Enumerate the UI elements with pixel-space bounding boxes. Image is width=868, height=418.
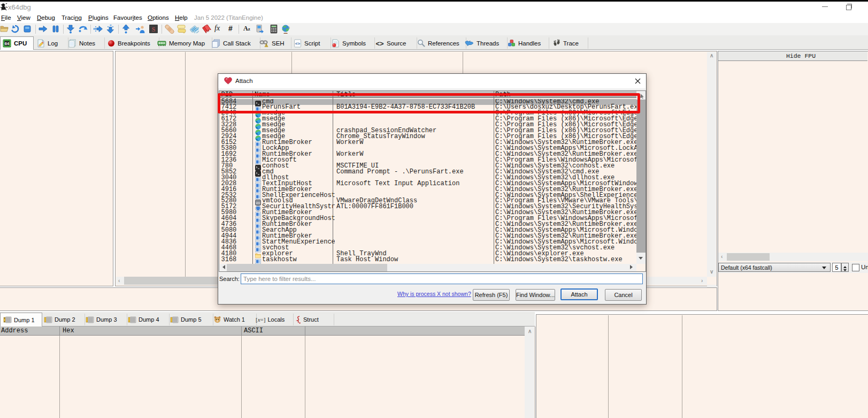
svg-text:64: 64 xyxy=(5,41,10,46)
svg-text:S: S xyxy=(152,26,156,33)
svg-text:<>: <> xyxy=(375,40,384,47)
svg-text:!: ! xyxy=(266,43,267,47)
svg-text:<>: <> xyxy=(295,41,301,46)
